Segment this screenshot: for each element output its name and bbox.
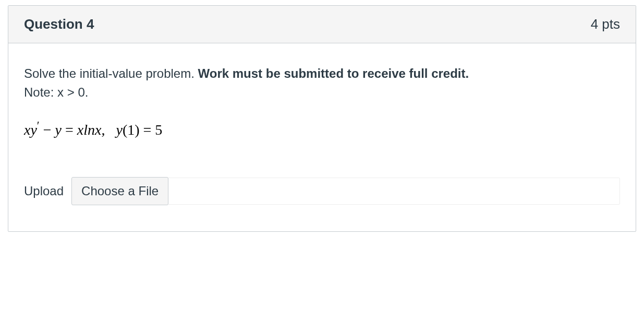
question-points: 4 pts — [591, 16, 620, 32]
upload-row: Upload Choose a File — [24, 177, 620, 205]
prompt-line-1a: Solve the initial-value problem. — [24, 66, 198, 80]
question-prompt: Solve the initial-value problem. Work mu… — [24, 64, 620, 102]
equation: xy′ − y = xlnx, y(1) = 5 — [24, 117, 620, 140]
upload-label: Upload — [24, 184, 64, 198]
choose-file-button[interactable]: Choose a File — [71, 177, 168, 205]
question-body: Solve the initial-value problem. Work mu… — [8, 43, 636, 231]
file-display[interactable] — [168, 178, 620, 205]
question-header: Question 4 4 pts — [8, 6, 636, 43]
prompt-line-1b: Work must be submitted to receive full c… — [198, 66, 469, 80]
prompt-line-2: Note: x > 0. — [24, 85, 88, 99]
question-card: Question 4 4 pts Solve the initial-value… — [8, 5, 636, 232]
question-title: Question 4 — [24, 16, 94, 32]
